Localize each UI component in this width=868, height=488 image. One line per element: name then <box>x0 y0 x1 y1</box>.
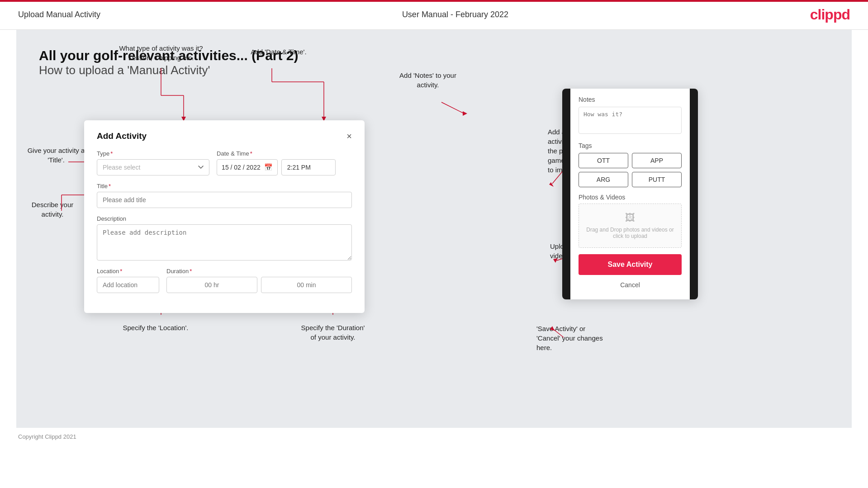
page-title-label: Upload Manual Activity <box>18 10 100 19</box>
save-callout: 'Save Activity' or 'Cancel' your changes… <box>536 324 654 352</box>
type-datetime-row: Type* Please select Date & Time* 15 / 02… <box>97 150 352 175</box>
time-input[interactable] <box>281 159 336 175</box>
title-callout: Give your activity a 'Title'. <box>24 146 88 165</box>
location-label: Location* <box>97 268 159 275</box>
panel-layout: Notes Tags OTTAPPARGPUTT Photos & Videos… <box>562 89 698 299</box>
datetime-group: Date & Time* 15 / 02 / 2022 📅 <box>217 150 352 175</box>
description-group: Description <box>97 215 352 261</box>
duration-label: Duration* <box>166 268 352 275</box>
calendar-icon: 📅 <box>264 163 273 171</box>
photos-label: Photos & Videos <box>579 194 682 201</box>
duration-min-input[interactable] <box>261 277 352 293</box>
tags-section-label: Tags <box>579 142 682 149</box>
panel-inner: Notes Tags OTTAPPARGPUTT Photos & Videos… <box>570 89 690 299</box>
tag-arg[interactable]: ARG <box>579 172 628 187</box>
location-duration-row: Location* Duration* <box>97 268 352 293</box>
upload-box[interactable]: 🖼 Drag and Drop photos and videos or cli… <box>579 204 682 248</box>
duration-hr-input[interactable] <box>166 277 257 293</box>
tag-putt[interactable]: PUTT <box>632 172 682 187</box>
footer: Copyright Clippd 2021 <box>0 428 868 445</box>
datetime-label: Date & Time* <box>217 150 352 157</box>
duration-group: Duration* <box>166 268 352 293</box>
notes-section-label: Notes <box>579 96 682 103</box>
tag-ott[interactable]: OTT <box>579 153 628 168</box>
upload-icon: 🖼 <box>583 212 677 224</box>
title-form-label: Title* <box>97 183 352 190</box>
description-input[interactable] <box>97 224 352 261</box>
main-content: All your golf-relevant activities... (Pa… <box>16 30 852 428</box>
svg-marker-21 <box>463 111 467 116</box>
title-input[interactable] <box>97 192 352 208</box>
photos-videos-section: Photos & Videos 🖼 Drag and Drop photos a… <box>579 194 682 248</box>
date-value: 15 / 02 / 2022 <box>222 164 261 171</box>
location-group: Location* <box>97 268 159 293</box>
title-row: Title* <box>97 183 352 208</box>
description-row: Description <box>97 215 352 261</box>
type-callout: What type of activity was it? Lesson, Ch… <box>107 43 215 62</box>
description-callout: Describe your activity. <box>25 200 80 219</box>
phone-panel: Notes Tags OTTAPPARGPUTT Photos & Videos… <box>562 89 698 299</box>
svg-line-20 <box>441 102 464 114</box>
date-input-wrap[interactable]: 15 / 02 / 2022 📅 <box>217 159 278 175</box>
tags-grid: OTTAPPARGPUTT <box>579 153 682 187</box>
clippd-logo: clippd <box>810 6 850 23</box>
description-label: Description <box>97 215 352 222</box>
notes-input[interactable] <box>579 107 682 134</box>
add-activity-dialog: Add Activity × Type* Please select Date … <box>84 120 365 313</box>
location-callout: Specify the 'Location'. <box>110 323 201 332</box>
tag-app[interactable]: APP <box>632 153 682 168</box>
type-select[interactable]: Please select <box>97 159 209 175</box>
panel-left-bar <box>562 89 570 299</box>
save-activity-button[interactable]: Save Activity <box>579 254 682 275</box>
copyright-text: Copyright Clippd 2021 <box>18 433 76 440</box>
panel-right-bar <box>690 89 698 299</box>
accent-bar <box>0 0 868 2</box>
title-group: Title* <box>97 183 352 208</box>
svg-marker-23 <box>549 182 554 187</box>
duration-inputs <box>166 277 352 293</box>
close-button[interactable]: × <box>346 132 352 141</box>
upload-text: Drag and Drop photos and videos or click… <box>586 227 674 239</box>
duration-callout: Specify the 'Duration' of your activity. <box>283 323 383 342</box>
type-group: Type* Please select <box>97 150 209 175</box>
location-input[interactable] <box>97 277 159 293</box>
dialog-title: Add Activity <box>97 131 147 141</box>
type-label: Type* <box>97 150 209 157</box>
notes-callout: Add 'Notes' to your activity. <box>387 71 469 90</box>
manual-label: User Manual - February 2022 <box>402 10 508 19</box>
date-time-inputs: 15 / 02 / 2022 📅 <box>217 159 352 175</box>
cancel-link[interactable]: Cancel <box>579 280 682 290</box>
top-bar: Upload Manual Activity User Manual - Feb… <box>0 0 868 30</box>
dialog-header: Add Activity × <box>97 131 352 141</box>
datetime-callout: Add 'Date & Time'. <box>238 47 319 57</box>
